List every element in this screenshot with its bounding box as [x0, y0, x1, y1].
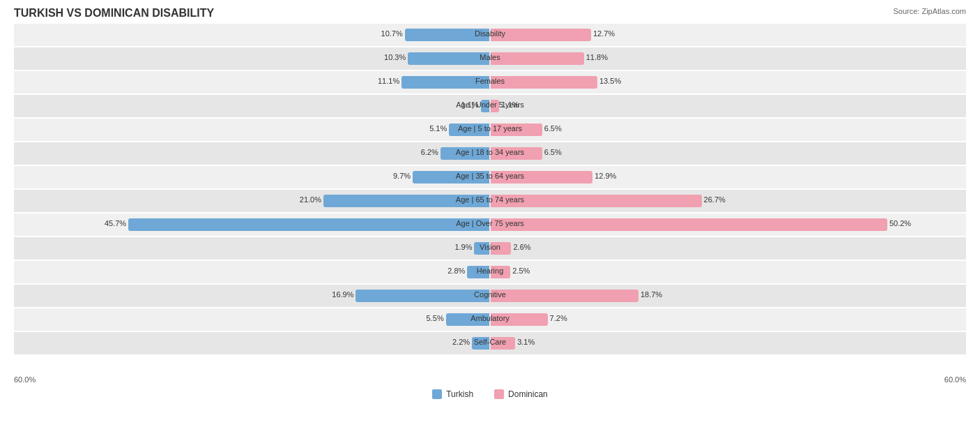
- val-turkish: 2.2%: [452, 338, 470, 346]
- table-row: Males10.3%11.8%: [14, 47, 966, 70]
- table-row: Age | 5 to 17 years5.1%6.5%: [14, 119, 966, 141]
- axis-right: 60.0%: [944, 375, 966, 384]
- legend-turkish-label: Turkish: [446, 389, 473, 399]
- val-turkish: 9.7%: [393, 172, 411, 180]
- val-dominican: 2.6%: [513, 243, 530, 251]
- table-row: Females11.1%13.5%: [14, 71, 966, 93]
- bar-dominican: [491, 29, 591, 41]
- row-label: Age | Over 75 years: [456, 219, 524, 227]
- source-label: Source: ZipAtlas.com: [893, 7, 966, 15]
- row-label: Self-Care: [474, 338, 506, 346]
- table-row: Age | 35 to 64 years9.7%12.9%: [14, 166, 966, 188]
- val-turkish: 6.2%: [421, 148, 438, 156]
- bar-turkish: [408, 52, 489, 65]
- legend-turkish: Turkish: [432, 389, 473, 399]
- legend-dominican: Dominican: [494, 389, 548, 399]
- legend: Turkish Dominican: [14, 389, 966, 399]
- val-dominican: 2.5%: [512, 267, 530, 275]
- val-turkish: 11.1%: [378, 77, 399, 85]
- axis-left: 60.0%: [14, 375, 36, 384]
- val-dominican: 26.7%: [704, 195, 726, 204]
- val-turkish: 5.5%: [427, 314, 444, 322]
- table-row: Age | 65 to 74 years21.0%26.7%: [14, 190, 966, 212]
- table-row: Age | 18 to 34 years6.2%6.5%: [14, 142, 966, 165]
- row-label: Cognitive: [474, 290, 506, 299]
- row-label: Age | 18 to 34 years: [456, 148, 524, 156]
- table-row: Disability10.7%12.7%: [14, 24, 966, 46]
- axis-labels: 60.0% 60.0%: [14, 375, 966, 384]
- legend-turkish-box: [432, 389, 442, 399]
- table-row: Vision1.9%2.6%: [14, 237, 966, 260]
- val-dominican: 18.7%: [641, 290, 662, 299]
- chart-title: TURKISH VS DOMINICAN DISABILITY: [14, 7, 966, 20]
- bar-dominican: [491, 290, 638, 302]
- row-label: Vision: [480, 243, 500, 251]
- val-turkish: 45.7%: [105, 219, 126, 227]
- val-turkish: 1.9%: [454, 243, 472, 251]
- val-turkish: 5.1%: [429, 124, 447, 133]
- val-turkish: 1.1%: [461, 100, 478, 109]
- row-label: Hearing: [477, 267, 504, 275]
- val-dominican: 6.5%: [544, 124, 562, 133]
- row-label: Males: [480, 53, 500, 61]
- row-label: Age | 65 to 74 years: [456, 195, 524, 204]
- table-row: Age | Under 5 years1.1%1.1%: [14, 95, 966, 117]
- table-row: Hearing2.8%2.5%: [14, 261, 966, 283]
- table-row: Age | Over 75 years45.7%50.2%: [14, 214, 966, 236]
- val-turkish: 10.3%: [384, 53, 406, 61]
- row-label: Females: [475, 77, 505, 85]
- row-label: Disability: [475, 29, 505, 38]
- val-dominican: 1.1%: [501, 100, 519, 109]
- val-dominican: 12.9%: [595, 172, 616, 180]
- val-dominican: 3.1%: [517, 338, 535, 346]
- legend-dominican-label: Dominican: [508, 389, 548, 399]
- val-dominican: 50.2%: [889, 219, 911, 227]
- val-dominican: 13.5%: [599, 77, 621, 85]
- bar-dominican: [491, 52, 584, 65]
- row-label: Age | 5 to 17 years: [458, 124, 522, 133]
- chart-container: TURKISH VS DOMINICAN DISABILITY Source: …: [0, 0, 980, 427]
- val-dominican: 12.7%: [593, 29, 615, 38]
- legend-dominican-box: [494, 389, 504, 399]
- val-turkish: 16.9%: [332, 290, 353, 299]
- table-row: Self-Care2.2%3.1%: [14, 332, 966, 354]
- table-row: Ambulatory5.5%7.2%: [14, 308, 966, 331]
- val-dominican: 11.8%: [586, 53, 608, 61]
- val-dominican: 7.2%: [550, 314, 567, 322]
- val-turkish: 10.7%: [381, 29, 403, 38]
- row-label: Ambulatory: [470, 314, 510, 322]
- table-row: Cognitive16.9%18.7%: [14, 285, 966, 307]
- val-dominican: 6.5%: [544, 148, 562, 156]
- bar-dominican: [491, 76, 597, 89]
- row-label: Age | 35 to 64 years: [456, 172, 524, 180]
- chart-area: Disability10.7%12.7%Males10.3%11.8%Femal…: [14, 24, 966, 374]
- val-turkish: 21.0%: [300, 195, 321, 204]
- val-turkish: 2.8%: [447, 267, 465, 275]
- bar-dominican: [491, 218, 887, 231]
- bar-turkish: [128, 218, 489, 231]
- bar-turkish: [355, 290, 489, 302]
